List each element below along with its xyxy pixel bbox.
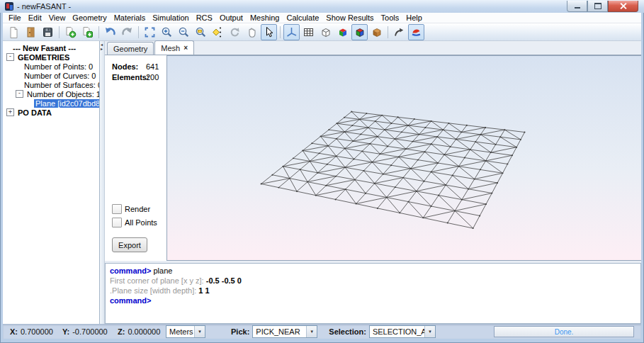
tab-mesh[interactable]: Mesh× [154, 40, 194, 55]
shaded-cube-icon [337, 26, 349, 38]
app-logo-icon [5, 2, 13, 11]
menu-meshing[interactable]: Meshing [247, 13, 283, 23]
menu-view[interactable]: View [45, 13, 69, 23]
save-icon [42, 26, 54, 38]
menu-show-results[interactable]: Show Results [322, 13, 377, 23]
grid-button[interactable] [300, 24, 317, 40]
chevron-down-icon: ▼ [306, 326, 317, 337]
normals-icon [393, 26, 405, 38]
minimize-icon [575, 7, 580, 9]
selection-select[interactable]: SELECTION_ALL▼ [369, 325, 436, 338]
tree-item-points[interactable]: Number of Points: 0 [3, 62, 99, 71]
rotate-view-button[interactable] [227, 24, 243, 40]
app-window: - newFASANT - File Edit View Geometry Ma… [0, 0, 644, 343]
title-bar: - newFASANT - [0, 0, 644, 13]
menu-simulation[interactable]: Simulation [149, 13, 192, 23]
tree-item-po-data[interactable]: +PO DATA [3, 108, 99, 117]
rotate-view-icon [229, 26, 241, 38]
tab-bar: Geometry Mesh× [105, 41, 641, 55]
mesh-svg [167, 56, 641, 260]
close-button[interactable] [608, 1, 638, 12]
geometry-tree-panel: --- New Fasant --- -GEOMETRIES Number of… [3, 41, 100, 324]
shaded-cube-button[interactable] [334, 24, 351, 40]
toolbar-separator [138, 26, 139, 38]
mesh-viewport[interactable] [166, 55, 641, 261]
status-z: Z:0.000000 [118, 327, 164, 336]
mesh-result-view-button[interactable] [408, 24, 424, 40]
toolbar-separator [280, 26, 281, 38]
menu-geometry[interactable]: Geometry [69, 13, 110, 23]
open-button[interactable] [23, 24, 39, 40]
undo-icon [104, 26, 116, 38]
zoom-in-button[interactable] [159, 24, 175, 40]
all-points-checkbox[interactable] [112, 218, 122, 227]
progress-bar: Done. [494, 326, 634, 337]
tree-splitter[interactable]: ◂▸ [100, 41, 105, 324]
splitter-arrows-icon: ◂▸ [101, 43, 103, 51]
tree-item-plane[interactable]: Plane [id2c07dbd8] [3, 99, 99, 108]
menu-tools[interactable]: Tools [378, 13, 403, 23]
zoom-window-button[interactable] [193, 24, 209, 40]
select-button[interactable] [261, 24, 277, 40]
all-points-checkbox-row: All Points [112, 218, 162, 227]
units-select[interactable]: Meters▼ [166, 325, 205, 338]
console-line: command> plane [110, 266, 636, 276]
render-checkbox-row: Render [112, 204, 162, 214]
menu-edit[interactable]: Edit [25, 13, 45, 23]
status-pick: Pick: [231, 327, 252, 336]
center-view-button[interactable] [210, 24, 226, 40]
grid-icon [303, 26, 315, 38]
status-x: X:0.700000 [10, 327, 58, 336]
tree-item-curves[interactable]: Number of Curves: 0 [3, 71, 99, 80]
export-geometry-button[interactable] [79, 24, 96, 40]
close-tab-icon[interactable]: × [183, 45, 188, 51]
normals-button[interactable] [391, 24, 407, 40]
redo-button[interactable] [119, 24, 135, 40]
zoom-window-icon [195, 26, 207, 38]
menu-rcs[interactable]: RCS [193, 13, 216, 23]
command-console[interactable]: ▴▾ command> plane First corner of plane … [105, 263, 641, 324]
render-checkbox[interactable] [112, 204, 122, 214]
zoom-fit-icon [144, 26, 156, 38]
shaded-wireframe-cube-button[interactable] [351, 24, 368, 40]
undo-button[interactable] [102, 24, 118, 40]
collapse-icon[interactable]: - [16, 90, 23, 98]
menu-materials[interactable]: Materials [111, 13, 149, 23]
zoom-in-icon [161, 26, 173, 38]
solid-cube-button[interactable] [368, 24, 385, 40]
new-file-button[interactable] [6, 24, 22, 40]
toolbar-separator [59, 26, 60, 38]
mesh-info-panel: Nodes:641 Elements:200 Render All Points… [105, 55, 166, 261]
tree-item-geometries[interactable]: -GEOMETRIES [3, 52, 99, 62]
minimize-button[interactable] [567, 1, 587, 12]
import-geometry-button[interactable] [62, 24, 79, 40]
status-selection: Selection: [329, 327, 369, 336]
zoom-out-button[interactable] [176, 24, 192, 40]
export-button[interactable]: Export [112, 237, 147, 252]
pan-button[interactable] [244, 24, 260, 40]
save-button[interactable] [40, 24, 56, 40]
menu-output[interactable]: Output [216, 13, 247, 23]
nodes-stat: Nodes:641 [112, 62, 162, 71]
maximize-button[interactable] [587, 1, 608, 12]
console-splitter-icon[interactable]: ▴▾ [108, 263, 113, 264]
menu-file[interactable]: File [5, 13, 25, 23]
wireframe-cube-button[interactable] [317, 24, 334, 40]
tab-geometry[interactable]: Geometry [107, 42, 154, 55]
toolbar [3, 23, 641, 41]
zoom-fit-button[interactable] [142, 24, 158, 40]
pick-select[interactable]: PICK_NEAR▼ [252, 325, 317, 338]
menu-help[interactable]: Help [402, 13, 426, 23]
wireframe-cube-icon [320, 26, 332, 38]
tree-item-surfaces[interactable]: Number of Surfaces: 0 [3, 80, 99, 89]
expand-icon[interactable]: + [6, 108, 14, 116]
console-line: .Plane size [width depth]: 1 1 [110, 286, 636, 296]
menu-bar: File Edit View Geometry Materials Simula… [3, 13, 641, 23]
nodes-value: 641 [146, 62, 159, 71]
tree-item-objects[interactable]: -Number of Objects: 1 [3, 89, 99, 99]
axes-button[interactable] [283, 24, 300, 40]
menu-calculate[interactable]: Calculate [283, 13, 322, 23]
mesh-tab-content: Nodes:641 Elements:200 Render All Points… [105, 55, 641, 261]
collapse-icon[interactable]: - [6, 53, 14, 61]
toolbar-separator [388, 26, 388, 38]
